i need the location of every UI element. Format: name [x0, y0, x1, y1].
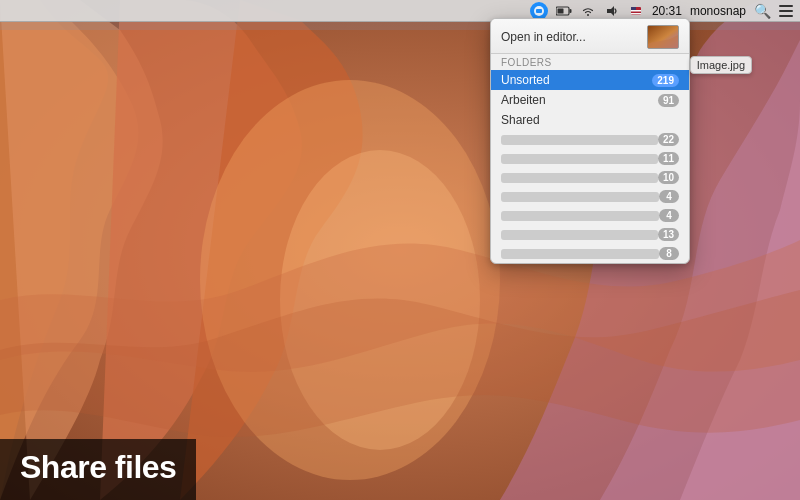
screenshot-thumbnail	[647, 25, 679, 49]
volume-icon	[604, 3, 620, 19]
share-files-label: Share files	[0, 439, 196, 500]
popup-menu: Open in editor... Folders Un	[490, 18, 690, 264]
folder-item[interactable]: Shared	[491, 110, 689, 130]
folder-name: Unsorted	[501, 73, 652, 87]
time-display: 20:31	[652, 4, 682, 18]
folder-badge: 4	[659, 190, 679, 203]
folder-badge: 11	[658, 152, 679, 165]
svg-rect-16	[779, 15, 793, 17]
folder-badge: 4	[659, 209, 679, 222]
svg-rect-8	[557, 8, 563, 13]
svg-rect-15	[779, 10, 793, 12]
battery-icon	[556, 3, 572, 19]
folder-item[interactable]: 22	[491, 130, 689, 149]
folder-badge: 10	[658, 171, 679, 184]
folder-item[interactable]: 4	[491, 187, 689, 206]
folder-item[interactable]: Arbeiten91	[491, 90, 689, 110]
folders-section-label: Folders	[491, 54, 689, 70]
wifi-icon	[580, 3, 596, 19]
svg-rect-7	[569, 9, 571, 13]
flag-icon	[628, 3, 644, 19]
folder-name	[501, 211, 659, 221]
folder-item[interactable]: 13	[491, 225, 689, 244]
svg-rect-13	[631, 13, 641, 15]
menu-icon[interactable]	[778, 3, 794, 19]
svg-marker-9	[607, 6, 614, 16]
folder-name: Arbeiten	[501, 93, 658, 107]
folder-badge: 22	[658, 133, 679, 146]
username-display: monosnap	[690, 4, 746, 18]
svg-rect-5	[536, 9, 542, 13]
folder-badge: 8	[659, 247, 679, 260]
search-icon[interactable]: 🔍	[754, 3, 770, 19]
folder-name	[501, 192, 659, 202]
folder-item[interactable]: Unsorted219	[491, 70, 689, 90]
menubar-right: 20:31 monosnap 🔍	[530, 2, 794, 20]
image-filename-tooltip: Image.jpg	[690, 56, 752, 74]
folder-item[interactable]: 11	[491, 149, 689, 168]
folders-list: Unsorted219Arbeiten91Shared22111044138	[491, 70, 689, 263]
desktop: 20:31 monosnap 🔍 Open in editor...	[0, 0, 800, 500]
folder-item[interactable]: 4	[491, 206, 689, 225]
popup-header: Open in editor...	[491, 19, 689, 54]
folder-name	[501, 249, 659, 259]
folder-badge: 219	[652, 74, 679, 87]
folder-badge: 91	[658, 94, 679, 107]
folder-name: Shared	[501, 113, 679, 127]
open-in-editor-button[interactable]: Open in editor...	[501, 30, 641, 44]
folder-name	[501, 154, 658, 164]
svg-rect-12	[631, 10, 641, 12]
folder-item[interactable]: 10	[491, 168, 689, 187]
folder-name	[501, 135, 658, 145]
folder-name	[501, 230, 658, 240]
folder-badge: 13	[658, 228, 679, 241]
monosnap-icon[interactable]	[530, 2, 548, 20]
svg-rect-14	[779, 5, 793, 7]
folder-item[interactable]: 8	[491, 244, 689, 263]
folder-name	[501, 173, 658, 183]
